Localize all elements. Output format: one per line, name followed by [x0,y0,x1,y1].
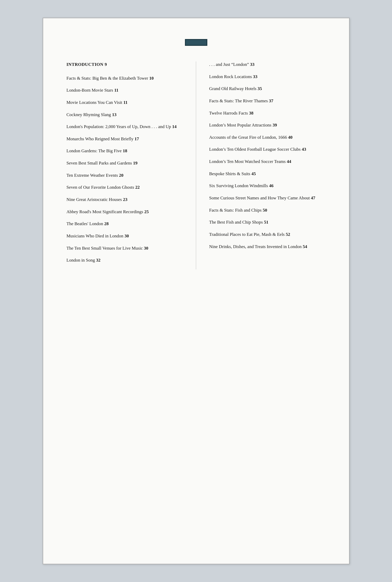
toc-title-windmills: Six Surviving London Windmills [209,183,269,188]
toc-entry-movie-locations: Movie Locations You Can Visit 11 [67,99,183,106]
toc-title-great-fire: Accounts of the Great Fire of London, 16… [209,135,288,140]
toc-title-nine-drinks: Nine Drinks, Dishes, and Treats Invented… [209,244,303,249]
toc-entry-windmills: Six Surviving London Windmills 46 [209,183,326,189]
toc-title-popular-attractions: London’s Most Popular Attractions [209,123,273,128]
toc-entry-big-ben: Facts & Stats: Big Ben & the Elizabeth T… [67,75,183,82]
toc-title-ghosts: Seven of Our Favorite London Ghosts [67,185,135,190]
toc-entry-ghosts: Seven of Our Favorite London Ghosts 22 [67,184,183,191]
toc-page-population: 14 [172,124,177,129]
toc-entry-intro: INTRODUCTION 9 [67,61,183,68]
toc-title-rock-locations: London Rock Locations [209,74,253,79]
toc-entry-football-clubs: London’s Ten Oldest Football League Socc… [209,146,326,153]
toc-entry-rock-locations: London Rock Locations 33 [209,74,326,80]
toc-page-windmills: 46 [269,183,273,188]
toc-entry-popular-attractions: London’s Most Popular Attractions 39 [209,122,326,129]
toc-title-intro: INTRODUCTION [67,62,105,67]
toc-entry-cockney: Cockney Rhyming Slang 13 [67,112,183,118]
toc-title-just-london: . . . and Just “London” [209,62,250,67]
toc-entry-population: London's Population: 2,000 Years of Up, … [67,124,183,130]
toc-entry-fish-chips-stats: Facts & Stats: Fish and Chips 50 [209,207,326,214]
toc-page-abbey-road: 25 [144,209,149,214]
toc-entry-london-in-song: London in Song 32 [67,257,183,264]
toc-title-soccer-teams: London’s Ten Most Watched Soccer Teams [209,159,287,164]
toc-page-gardens: 18 [123,148,127,153]
contents-title-box [185,39,207,46]
toc-entry-musicians-died: Musicians Who Died in London 30 [67,233,183,239]
toc-entry-monarchs: Monarchs Who Reigned Most Briefly 17 [67,136,183,142]
toc-page-small-parks: 19 [133,161,137,166]
toc-title-fish-chips-stats: Facts & Stats: Fish and Chips [209,208,263,213]
toc-title-musicians-died: Musicians Who Died in London [67,233,125,238]
toc-entry-aristocratic: Nine Great Aristocratic Houses 23 [67,197,183,203]
toc-columns: INTRODUCTION 9Facts & Stats: Big Ben & t… [67,61,326,269]
toc-page-intro: 9 [105,62,107,67]
toc-title-pie-mash: Traditional Places to Eat Pie, Mash & Ee… [209,232,286,237]
toc-page-soccer-teams: 44 [287,159,291,164]
toc-page-fish-chips-stats: 50 [263,208,267,213]
toc-page-aristocratic: 23 [123,197,127,202]
contents-header [67,39,326,46]
toc-title-population: London's Population: 2,000 Years of Up, … [67,124,172,129]
toc-title-movie-locations: Movie Locations You Can Visit [67,100,124,105]
toc-title-gardens: London Gardens: The Big Five [67,148,123,153]
toc-entry-pie-mash: Traditional Places to Eat Pie, Mash & Ee… [209,231,326,238]
toc-entry-railway-hotels: Grand Old Railway Hotels 35 [209,86,326,92]
toc-page-beatles: 28 [104,221,109,226]
toc-page-football-clubs: 43 [302,147,306,152]
toc-page-weather: 20 [119,173,124,178]
toc-entry-beatles: The Beatles' London 28 [67,221,183,227]
toc-page-live-music: 30 [144,246,148,251]
toc-right-column: . . . and Just “London” 33London Rock Lo… [196,61,326,269]
toc-title-aristocratic: Nine Great Aristocratic Houses [67,197,123,202]
toc-entry-river-thames: Facts & Stats: The River Thames 37 [209,98,326,104]
toc-title-bespoke-shirts: Bespoke Shirts & Suits [209,171,251,176]
toc-entry-nine-drinks: Nine Drinks, Dishes, and Treats Invented… [209,244,326,250]
toc-page-river-thames: 37 [269,98,273,103]
toc-page-london-in-song: 32 [96,258,100,263]
toc-page-big-ben: 10 [149,76,154,81]
toc-page-musicians-died: 30 [125,233,129,238]
toc-title-street-names: Some Curious Street Names and How They C… [209,195,311,200]
toc-entry-harrods: Twelve Harrods Facts 38 [209,110,326,117]
toc-title-harrods: Twelve Harrods Facts [209,111,249,116]
toc-page-great-fire: 40 [288,135,293,140]
toc-entry-live-music: The Ten Best Small Venues for Live Music… [67,245,183,252]
toc-page-rock-locations: 33 [253,74,258,79]
toc-title-abbey-road: Abbey Road's Most Significant Recordings [67,209,144,214]
toc-title-movie-stars: London-Born Movie Stars [67,88,114,93]
toc-title-best-fish-chips: The Best Fish and Chip Shops [209,220,264,225]
toc-entry-street-names: Some Curious Street Names and How They C… [209,195,326,201]
toc-entry-gardens: London Gardens: The Big Five 18 [67,148,183,154]
toc-page-street-names: 47 [311,195,315,200]
toc-title-cockney: Cockney Rhyming Slang [67,112,112,117]
book-page: INTRODUCTION 9Facts & Stats: Big Ben & t… [43,18,350,564]
toc-page-monarchs: 17 [134,136,139,141]
toc-entry-movie-stars: London-Born Movie Stars 11 [67,87,183,94]
toc-entry-best-fish-chips: The Best Fish and Chip Shops 51 [209,219,326,226]
toc-entry-weather: Ten Extreme Weather Events 20 [67,172,183,179]
toc-left-column: INTRODUCTION 9Facts & Stats: Big Ben & t… [67,61,196,269]
toc-entry-great-fire: Accounts of the Great Fire of London, 16… [209,134,326,141]
toc-title-weather: Ten Extreme Weather Events [67,173,119,178]
toc-title-big-ben: Facts & Stats: Big Ben & the Elizabeth T… [67,76,149,81]
toc-entry-small-parks: Seven Best Small Parks and Gardens 19 [67,160,183,167]
page-wrapper: INTRODUCTION 9Facts & Stats: Big Ben & t… [0,0,392,582]
toc-entry-just-london: . . . and Just “London” 33 [209,61,326,68]
toc-page-pie-mash: 52 [286,232,290,237]
toc-title-football-clubs: London’s Ten Oldest Football League Socc… [209,147,302,152]
toc-page-just-london: 33 [250,62,254,67]
toc-title-live-music: The Ten Best Small Venues for Live Music [67,246,144,251]
toc-title-river-thames: Facts & Stats: The River Thames [209,98,269,103]
toc-page-railway-hotels: 35 [258,86,262,91]
toc-entry-bespoke-shirts: Bespoke Shirts & Suits 45 [209,171,326,177]
toc-page-movie-locations: 11 [123,100,127,105]
toc-title-london-in-song: London in Song [67,258,96,263]
toc-page-cockney: 13 [112,112,117,117]
toc-title-monarchs: Monarchs Who Reigned Most Briefly [67,136,135,141]
toc-page-best-fish-chips: 51 [264,220,268,225]
toc-entry-soccer-teams: London’s Ten Most Watched Soccer Teams 4… [209,159,326,165]
toc-title-beatles: The Beatles' London [67,221,104,226]
toc-title-small-parks: Seven Best Small Parks and Gardens [67,161,133,166]
toc-page-popular-attractions: 39 [273,123,277,128]
toc-page-movie-stars: 11 [114,88,118,93]
